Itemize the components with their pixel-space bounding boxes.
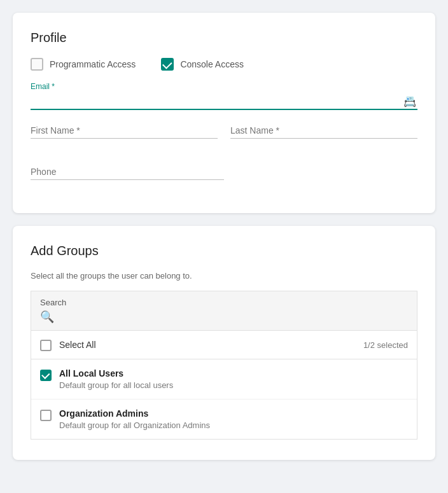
org-admins-checkbox[interactable] [40,410,52,421]
group-list: Select All 1/2 selected All Local Users … [31,330,417,440]
list-item[interactable]: All Local Users Default group for all lo… [31,359,417,399]
all-local-users-desc: Default group for all local users [59,380,173,390]
console-access-label: Console Access [180,59,244,69]
last-name-field-group [230,123,417,139]
search-label: Search [40,298,408,307]
search-icon: 🔍 [40,310,408,324]
org-admins-text: Organization Admins Default group for al… [59,408,210,430]
add-groups-card: Add Groups Select all the groups the use… [13,226,435,460]
search-box[interactable]: Search 🔍 [31,291,417,330]
email-input[interactable] [31,94,417,110]
contact-card-icon: 📇 [403,95,416,108]
phone-field-group [31,164,417,180]
last-name-input-wrapper [230,123,417,139]
all-local-users-checkbox[interactable] [40,370,52,381]
profile-title: Profile [31,31,417,45]
last-name-input[interactable] [230,123,417,139]
list-item[interactable]: Organization Admins Default group for al… [31,399,417,439]
first-name-input-wrapper [31,123,218,139]
email-field-group: Email * 📇 [31,82,417,110]
select-all-left: Select All [40,338,96,351]
all-local-users-text: All Local Users Default group for all lo… [59,368,173,390]
name-row [31,123,417,151]
phone-input[interactable] [31,164,224,180]
select-all-label: Select All [59,340,96,350]
org-admins-desc: Default group for all Organization Admin… [59,420,210,430]
email-label: Email * [31,82,417,91]
selected-count: 1/2 selected [363,340,408,350]
select-all-checkbox[interactable] [40,340,52,351]
all-local-users-name: All Local Users [59,368,173,378]
first-name-field-group [31,123,218,139]
org-admins-name: Organization Admins [59,408,210,419]
first-name-input[interactable] [31,123,218,139]
console-access-checkbox[interactable] [161,58,174,71]
programmatic-access-checkbox[interactable] [31,58,43,71]
add-groups-subtitle: Select all the groups the user can belon… [31,271,417,281]
email-input-wrapper: 📇 [31,94,417,110]
phone-input-wrapper [31,164,417,180]
programmatic-access-label: Programmatic Access [50,59,136,69]
console-access-item[interactable]: Console Access [161,58,244,71]
access-options: Programmatic Access Console Access [31,58,417,71]
profile-card: Profile Programmatic Access Console Acce… [13,13,435,213]
select-all-row[interactable]: Select All 1/2 selected [31,331,417,359]
add-groups-title: Add Groups [31,244,417,258]
programmatic-access-item[interactable]: Programmatic Access [31,58,136,71]
